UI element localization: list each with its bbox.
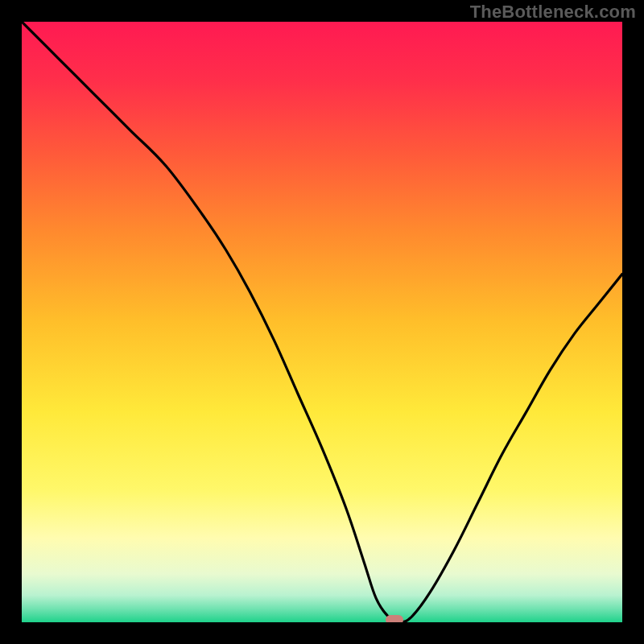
outer-frame: TheBottleneck.com (0, 0, 644, 644)
optimum-marker (386, 615, 403, 622)
watermark-text: TheBottleneck.com (470, 2, 636, 23)
chart-svg (22, 22, 622, 622)
plot-area (22, 22, 622, 622)
